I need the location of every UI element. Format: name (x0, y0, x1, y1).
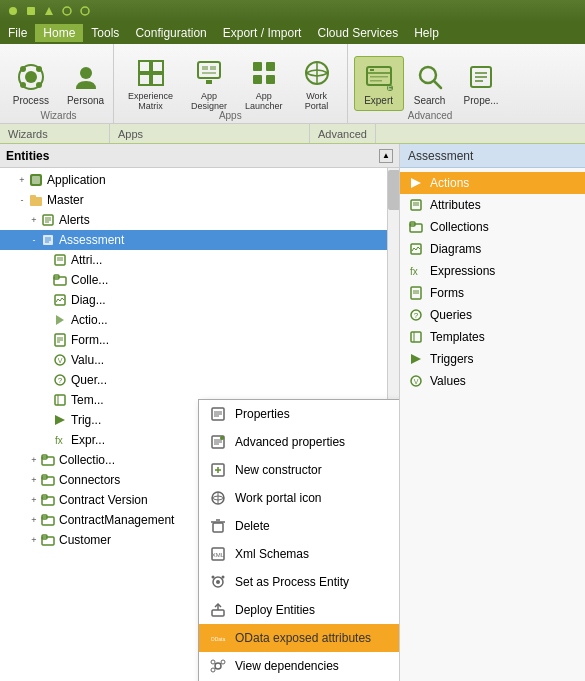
ctx-odata-exposed[interactable]: OData OData exposed attributes (199, 624, 400, 652)
tree-item-assessment[interactable]: - Assessment (0, 230, 387, 250)
ctx-work-portal-icon[interactable]: Work portal icon (199, 484, 400, 512)
menu-export-import[interactable]: Export / Import (215, 24, 310, 42)
ctx-deploy-entities[interactable]: Deploy Entities (199, 596, 400, 624)
tree-item-valu[interactable]: V Valu... (0, 350, 387, 370)
left-panel: Entities ▲ + Application - (0, 144, 400, 681)
svg-rect-16 (202, 66, 208, 70)
ctx-deploy-entities-label: Deploy Entities (235, 603, 315, 617)
toolbar-btn-experience-matrix[interactable]: ExperienceMatrix (120, 53, 181, 115)
contractmanagement-icon (40, 512, 56, 528)
expander-application[interactable]: + (16, 174, 28, 186)
menu-cloud-services[interactable]: Cloud Services (309, 24, 406, 42)
ctx-set-as-process-entity[interactable]: Set as Process Entity (199, 568, 400, 596)
menu-home[interactable]: Home (35, 24, 83, 42)
tree-text-contractmanagement: ContractManagement (59, 513, 174, 527)
menu-tools[interactable]: Tools (83, 24, 127, 42)
expert-label: Expert (364, 95, 393, 106)
panel-minimize-btn[interactable]: ▲ (379, 149, 393, 163)
expander-actio[interactable] (40, 314, 52, 326)
tree-item-attri[interactable]: Attri... (0, 250, 387, 270)
svg-text:XML: XML (212, 552, 225, 558)
tree-item-form[interactable]: Form... (0, 330, 387, 350)
tree-text-quer: Quer... (71, 373, 107, 387)
right-item-diagrams[interactable]: Diagrams (400, 238, 585, 260)
expander-contract-version[interactable]: + (28, 494, 40, 506)
ctx-properties[interactable]: Properties (199, 400, 400, 428)
expander-quer[interactable] (40, 374, 52, 386)
menu-help[interactable]: Help (406, 24, 447, 42)
expander-customer[interactable]: + (28, 534, 40, 546)
tree-text-contract-version: Contract Version (59, 493, 148, 507)
expander-colle[interactable] (40, 274, 52, 286)
right-item-forms[interactable]: Forms (400, 282, 585, 304)
actio-icon (52, 312, 68, 328)
right-diagrams-icon (408, 241, 424, 257)
svg-rect-1 (27, 7, 35, 15)
right-item-actions[interactable]: Actions (400, 172, 585, 194)
tree-text-attri: Attri... (71, 253, 102, 267)
tree-item-master[interactable]: - Master (0, 190, 387, 210)
expander-attri[interactable] (40, 254, 52, 266)
expander-master[interactable]: - (16, 194, 28, 206)
process-icon (15, 61, 47, 93)
svg-rect-11 (139, 61, 150, 72)
ctx-xml-schemas[interactable]: XML Xml Schemas (199, 540, 400, 568)
expander-trig[interactable] (40, 414, 52, 426)
expander-alerts[interactable]: + (28, 214, 40, 226)
expander-connectors[interactable]: + (28, 474, 40, 486)
expander-form[interactable] (40, 334, 52, 346)
ctx-view-dependencies[interactable]: View dependencies (199, 652, 400, 680)
toolbar-btn-app-launcher[interactable]: AppLauncher (237, 53, 291, 115)
expander-assessment[interactable]: - (28, 234, 40, 246)
svg-rect-29 (370, 76, 388, 78)
ctx-set-as-process-entity-label: Set as Process Entity (235, 575, 349, 589)
right-item-values[interactable]: V Values (400, 370, 585, 392)
app-launcher-icon (248, 57, 280, 89)
toolbar-btn-persona[interactable]: Persona (59, 57, 112, 110)
menu-file[interactable]: File (0, 24, 35, 42)
svg-rect-18 (202, 72, 216, 74)
svg-point-6 (20, 66, 26, 72)
right-item-expressions[interactable]: fx Expressions (400, 260, 585, 282)
ctx-new-constructor[interactable]: New constructor (199, 456, 400, 484)
svg-point-3 (81, 7, 89, 15)
tree-text-trig: Trig... (71, 413, 101, 427)
expander-contractmanagement[interactable]: + (28, 514, 40, 526)
svg-text:?: ? (414, 311, 419, 320)
right-item-queries[interactable]: ? Queries (400, 304, 585, 326)
trig-icon (52, 412, 68, 428)
toolbar-btn-prope[interactable]: Prope... (456, 56, 507, 111)
prope-label: Prope... (464, 95, 499, 106)
tree-item-application[interactable]: + Application (0, 170, 387, 190)
expander-expr[interactable] (40, 434, 52, 446)
menu-configuration[interactable]: Configuration (127, 24, 214, 42)
tree-item-actio[interactable]: Actio... (0, 310, 387, 330)
toolbar-btn-expert[interactable]: E Expert (354, 56, 404, 111)
tree-item-alerts[interactable]: + Alerts (0, 210, 387, 230)
svg-rect-22 (253, 75, 262, 84)
expander-valu[interactable] (40, 354, 52, 366)
toolbar-btn-search[interactable]: Search (406, 56, 454, 111)
ctx-delete[interactable]: Delete (199, 512, 400, 540)
right-item-attributes[interactable]: Attributes (400, 194, 585, 216)
ctx-delete-label: Delete (235, 519, 270, 533)
right-expressions-label: Expressions (430, 264, 495, 278)
toolbar-btn-process[interactable]: Process (5, 57, 57, 110)
tree-text-tem: Tem... (71, 393, 104, 407)
tree-item-colle[interactable]: Colle... (0, 270, 387, 290)
tree-item-quer[interactable]: ? Quer... (0, 370, 387, 390)
tree-item-diag[interactable]: Diag... (0, 290, 387, 310)
svg-text:?: ? (58, 376, 63, 385)
toolbar-btn-work-portal[interactable]: WorkPortal (293, 53, 341, 115)
expander-tem[interactable] (40, 394, 52, 406)
ctx-advanced-properties[interactable]: Advanced properties (199, 428, 400, 456)
right-item-collections[interactable]: Collections (400, 216, 585, 238)
expander-collectio[interactable]: + (28, 454, 40, 466)
svg-rect-19 (206, 80, 212, 84)
tree-text-collectio: Collectio... (59, 453, 115, 467)
right-queries-icon: ? (408, 307, 424, 323)
right-item-triggers[interactable]: Triggers (400, 348, 585, 370)
right-item-templates[interactable]: Templates (400, 326, 585, 348)
toolbar-btn-app-designer[interactable]: AppDesigner (183, 53, 235, 115)
expander-diag[interactable] (40, 294, 52, 306)
